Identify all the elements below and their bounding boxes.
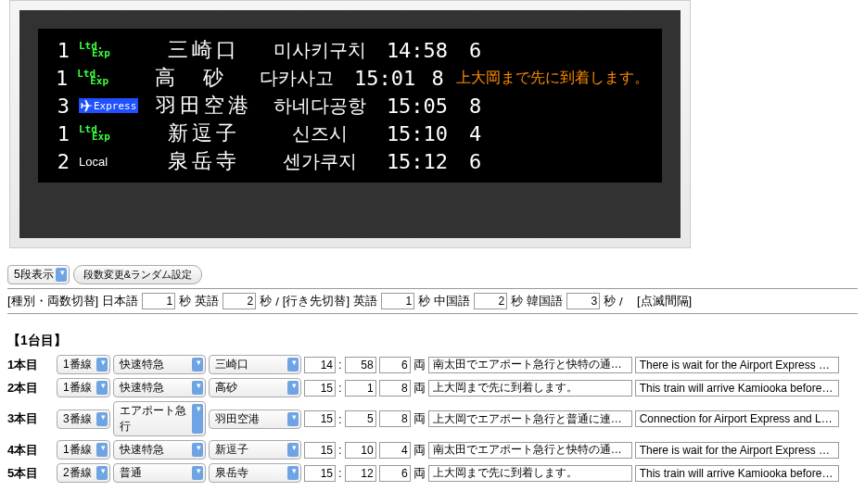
entry-row-label: 3本目 xyxy=(7,410,54,427)
cars-input[interactable] xyxy=(379,357,411,373)
destination-select[interactable]: 新逗子 xyxy=(209,440,301,460)
minute-input[interactable] xyxy=(345,357,376,373)
hour-input[interactable] xyxy=(304,380,336,397)
section-1-title: 【1台目】 xyxy=(7,333,858,349)
train-type-local-badge: Local xyxy=(79,155,108,169)
dest-kr-label: 韓国語 xyxy=(527,293,563,309)
hour-input[interactable] xyxy=(304,410,336,427)
track-number: 1 xyxy=(51,67,77,90)
sec-label: 秒 xyxy=(179,293,191,309)
destination-select[interactable]: 泉岳寺 xyxy=(209,463,301,483)
random-settings-button[interactable]: 段数変更&ランダム設定 xyxy=(73,265,202,284)
train-type-select[interactable]: 普通 xyxy=(113,463,206,483)
lang-en-seconds-input[interactable] xyxy=(223,293,256,309)
message-en-input[interactable] xyxy=(635,380,839,397)
display-board: 1Ltd.Exp三崎口미사키구치14:5861Ltd.Exp高 砂다카사고15:… xyxy=(38,29,662,183)
hour-input[interactable] xyxy=(304,357,336,373)
track-number: 2 xyxy=(51,150,79,173)
destination-jp: 羽田空港 xyxy=(144,92,264,120)
train-type-select[interactable]: 快速特急 xyxy=(113,355,206,374)
type-switch-label: [種別・両数切替] xyxy=(7,293,98,309)
message-jp-input[interactable] xyxy=(428,357,632,373)
board-row: 1Ltd.Exp高 砂다카사고15:018上大岡まで先に到着します。 xyxy=(51,64,649,92)
slash: / xyxy=(275,295,279,309)
destination-select[interactable]: 羽田空港 xyxy=(209,410,301,429)
cars-suffix: 両 xyxy=(413,465,426,482)
message-en-input[interactable] xyxy=(635,465,839,482)
track-select[interactable]: 1番線 xyxy=(57,378,110,397)
cars-input[interactable] xyxy=(379,410,411,427)
message-en-input[interactable] xyxy=(635,442,839,459)
destination-select[interactable]: 三崎口 xyxy=(209,355,301,374)
cars-suffix: 両 xyxy=(413,442,426,459)
entry-row: 5本目2番線普通泉岳寺:両 xyxy=(7,461,858,485)
display-board-frame: 1Ltd.Exp三崎口미사키구치14:5861Ltd.Exp高 砂다카사고15:… xyxy=(9,0,691,248)
car-count: 6 xyxy=(459,39,491,62)
dest-en-label: 英語 xyxy=(353,293,377,309)
cars-input[interactable] xyxy=(379,442,411,459)
track-select[interactable]: 2番線 xyxy=(57,463,110,483)
cars-input[interactable] xyxy=(379,380,411,397)
destination-kr: 신즈시 xyxy=(264,121,375,146)
minute-input[interactable] xyxy=(345,380,376,397)
cars-input[interactable] xyxy=(379,465,411,482)
dest-switch-label: [行き先切替] xyxy=(283,293,350,309)
sec-label: 秒 xyxy=(418,293,430,309)
hour-input[interactable] xyxy=(304,465,336,482)
track-select[interactable]: 1番線 xyxy=(57,355,110,374)
display-board-bezel: 1Ltd.Exp三崎口미사키구치14:5861Ltd.Exp高 砂다카사고15:… xyxy=(19,10,681,238)
train-type-express-badge: Express xyxy=(79,98,138,113)
dest-cn-seconds-input[interactable] xyxy=(474,293,507,309)
time-colon: : xyxy=(338,466,342,480)
message-en-input[interactable] xyxy=(635,410,839,427)
destination-select[interactable]: 高砂 xyxy=(209,378,301,397)
track-number: 1 xyxy=(51,122,79,145)
entry-row: 4本目1番線快速特急新逗子:両 xyxy=(7,438,858,461)
train-type-select[interactable]: エアポート急行 xyxy=(113,401,206,436)
departure-time: 15:10 xyxy=(375,122,459,145)
entry-row-label: 2本目 xyxy=(7,380,54,397)
destination-jp: 三崎口 xyxy=(144,36,264,64)
lang-jp-seconds-input[interactable] xyxy=(142,293,175,309)
time-colon: : xyxy=(338,381,342,395)
slash: / xyxy=(619,295,623,309)
destination-jp: 新逗子 xyxy=(144,120,264,147)
time-colon: : xyxy=(338,412,342,426)
board-row: 2Local泉岳寺센가쿠지15:126 xyxy=(51,147,649,175)
dest-en-seconds-input[interactable] xyxy=(381,293,414,309)
dest-kr-seconds-input[interactable] xyxy=(566,293,600,309)
train-type-select[interactable]: 快速特急 xyxy=(113,440,206,460)
time-colon: : xyxy=(338,443,342,457)
departure-time: 15:05 xyxy=(375,94,459,118)
message-jp-input[interactable] xyxy=(428,380,632,397)
board-row: 3Express羽田空港하네다공항15:058 xyxy=(51,92,649,120)
destination-kr: 미사키구치 xyxy=(264,38,375,63)
track-select[interactable]: 1番線 xyxy=(57,440,110,460)
message-en-input[interactable] xyxy=(635,357,839,373)
track-select[interactable]: 3番線 xyxy=(57,410,110,429)
sec-label: 秒 xyxy=(511,293,523,309)
train-type-ltd-exp-badge: Ltd.Exp xyxy=(77,69,108,86)
car-count: 4 xyxy=(459,122,491,145)
message-jp-input[interactable] xyxy=(428,410,632,427)
entry-row: 3本目3番線エアポート急行羽田空港:両 xyxy=(7,399,858,438)
hour-input[interactable] xyxy=(304,442,336,459)
departure-time: 15:12 xyxy=(375,150,459,173)
row-count-select[interactable]: 5段表示 xyxy=(7,265,70,284)
message-jp-input[interactable] xyxy=(428,465,632,482)
controls-row-2: [種別・両数切替] 日本語 秒 英語 秒 / [行き先切替] 英語 秒 中国語 … xyxy=(7,289,858,314)
minute-input[interactable] xyxy=(345,465,376,482)
board-row: 1Ltd.Exp新逗子신즈시15:104 xyxy=(51,120,649,147)
train-type-select[interactable]: 快速特急 xyxy=(113,378,206,397)
destination-kr: 센가쿠지 xyxy=(264,149,375,174)
minute-input[interactable] xyxy=(345,442,376,459)
minute-input[interactable] xyxy=(345,410,376,427)
car-count: 8 xyxy=(423,67,452,90)
track-number: 3 xyxy=(51,94,79,118)
cars-suffix: 両 xyxy=(413,410,426,427)
cars-suffix: 両 xyxy=(413,380,426,397)
message-jp-input[interactable] xyxy=(428,442,632,459)
destination-kr: 다카사고 xyxy=(246,66,347,91)
destination-jp: 高 砂 xyxy=(136,64,246,92)
controls-panel: 5段表示 段数変更&ランダム設定 [種別・両数切替] 日本語 秒 英語 秒 / … xyxy=(0,261,865,488)
